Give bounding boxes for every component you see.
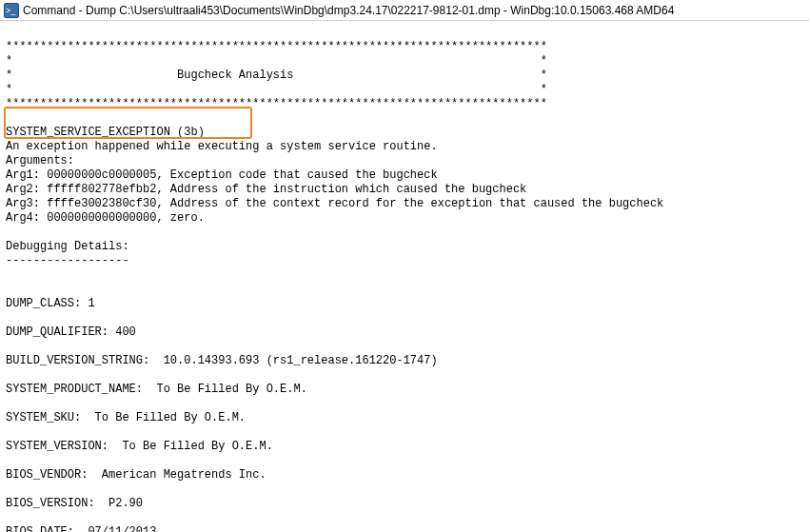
args-header: Arguments: [6, 154, 74, 167]
bios-vendor: BIOS_VENDOR: American Megatrends Inc. [6, 468, 266, 482]
command-prompt-icon: >_ [4, 3, 19, 18]
dump-qualifier: DUMP_QUALIFIER: 400 [6, 325, 136, 339]
build-version: BUILD_VERSION_STRING: 10.0.14393.693 (rs… [6, 354, 438, 367]
exception-desc: An exception happened while executing a … [6, 140, 438, 153]
arg2: Arg2: fffff802778efbb2, Address of the i… [6, 183, 526, 196]
bios-version: BIOS_VERSION: P2.90 [6, 497, 143, 510]
banner-title: * Bugcheck Analysis * [6, 69, 547, 82]
banner-top: ****************************************… [6, 40, 547, 53]
command-output[interactable]: ****************************************… [0, 21, 809, 532]
banner-bottom: ****************************************… [6, 97, 547, 110]
banner-blank: * * [6, 54, 547, 68]
details-header: Debugging Details: [6, 240, 129, 253]
titlebar[interactable]: >_ Command - Dump C:\Users\ultraali453\D… [0, 0, 809, 21]
system-version: SYSTEM_VERSION: To Be Filled By O.E.M. [6, 440, 273, 453]
details-rule: ------------------ [6, 254, 129, 267]
arg4: Arg4: 0000000000000000, zero. [6, 211, 205, 225]
dump-class: DUMP_CLASS: 1 [6, 297, 95, 310]
exception-name: SYSTEM_SERVICE_EXCEPTION (3b) [6, 126, 205, 139]
banner-blank2: * * [6, 83, 547, 96]
window-title: Command - Dump C:\Users\ultraali453\Docu… [23, 4, 674, 17]
arg3: Arg3: ffffe3002380cf30, Address of the c… [6, 197, 663, 210]
arg1: Arg1: 00000000c0000005, Exception code t… [6, 168, 438, 182]
system-sku: SYSTEM_SKU: To Be Filled By O.E.M. [6, 411, 246, 424]
windbg-command-window: >_ Command - Dump C:\Users\ultraali453\D… [0, 0, 809, 532]
system-product: SYSTEM_PRODUCT_NAME: To Be Filled By O.E… [6, 383, 307, 396]
bios-date: BIOS_DATE: 07/11/2013 [6, 525, 156, 532]
